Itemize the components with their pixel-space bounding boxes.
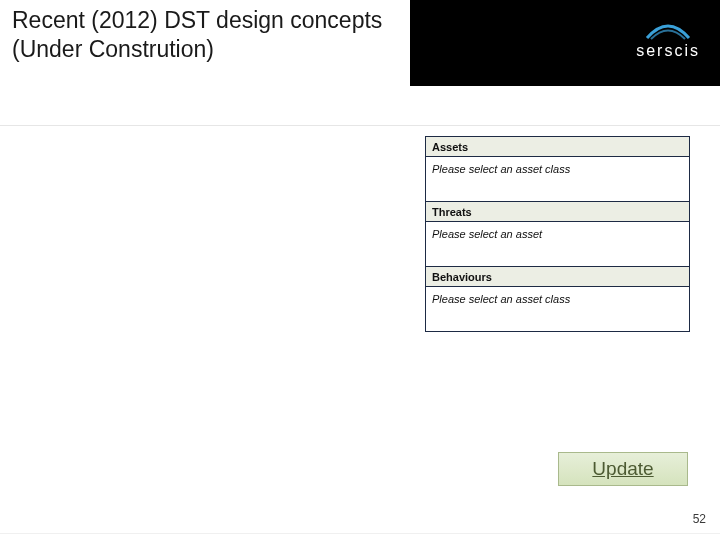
- update-button[interactable]: Update: [558, 452, 688, 486]
- bottom-divider: [0, 533, 720, 534]
- panel-assets: Assets Please select an asset class: [425, 136, 690, 202]
- panel-threats-body[interactable]: Please select an asset: [426, 222, 689, 266]
- panel-assets-body[interactable]: Please select an asset class: [426, 157, 689, 201]
- logo-text: serscis: [636, 42, 700, 59]
- serscis-logo: serscis: [636, 22, 700, 60]
- update-button-label: Update: [592, 458, 653, 480]
- panel-threats: Threats Please select an asset: [425, 202, 690, 267]
- horizontal-divider: [0, 125, 720, 126]
- panel-behaviours-header: Behaviours: [426, 267, 689, 287]
- slide-header: Recent (2012) DST design concepts (Under…: [0, 0, 720, 86]
- panel-behaviours: Behaviours Please select an asset class: [425, 267, 690, 332]
- panel-behaviours-body[interactable]: Please select an asset class: [426, 287, 689, 331]
- slide-title: Recent (2012) DST design concepts (Under…: [12, 6, 432, 64]
- panel-assets-header: Assets: [426, 137, 689, 157]
- title-line-1: Recent (2012) DST design concepts: [12, 7, 382, 33]
- panel-stack: Assets Please select an asset class Thre…: [425, 136, 690, 332]
- page-number: 52: [693, 512, 706, 526]
- panel-threats-header: Threats: [426, 202, 689, 222]
- logo-arc-icon: [645, 22, 691, 40]
- title-line-2: (Under Constrution): [12, 36, 214, 62]
